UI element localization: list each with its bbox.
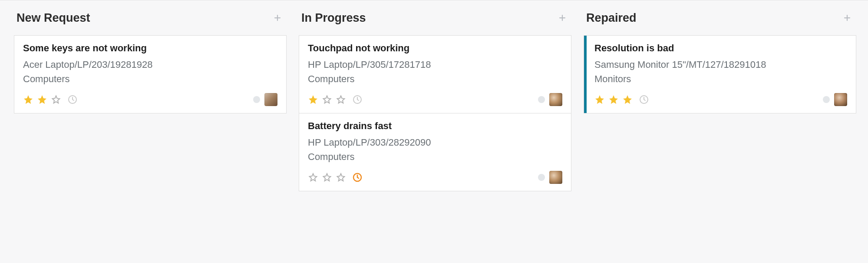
column-new-request: New Request Some keys are not working Ac…	[14, 8, 287, 191]
column-header: Repaired	[584, 8, 856, 27]
card-title: Some keys are not working	[23, 43, 277, 54]
column-header: New Request	[14, 8, 287, 27]
star-icon	[622, 94, 633, 105]
column-header: In Progress	[299, 8, 571, 27]
card-title: Battery drains fast	[308, 120, 562, 132]
card-footer	[308, 92, 562, 107]
avatar[interactable]	[834, 93, 847, 106]
star-icon	[308, 172, 318, 183]
star-icon	[37, 94, 47, 105]
card-asset: HP Laptop/LP/305/17281718	[308, 57, 562, 72]
avatar[interactable]	[549, 93, 562, 106]
card[interactable]: Some keys are not working Acer Laptop/LP…	[14, 35, 287, 113]
card-asset: Samsung Monitor 15"/MT/127/18291018	[594, 57, 847, 72]
rating-group[interactable]	[23, 94, 78, 105]
star-icon	[23, 94, 33, 105]
kanban-board: New Request Some keys are not working Ac…	[0, 0, 868, 213]
card-category: Computers	[308, 150, 562, 164]
star-icon	[51, 94, 61, 105]
status-dot[interactable]	[253, 96, 260, 103]
add-card-button[interactable]	[556, 10, 569, 25]
add-card-button[interactable]	[271, 10, 284, 25]
card[interactable]: Touchpad not working HP Laptop/LP/305/17…	[299, 35, 571, 113]
status-dot[interactable]	[538, 174, 545, 181]
clock-icon	[352, 172, 363, 183]
card[interactable]: Resolution is bad Samsung Monitor 15"/MT…	[584, 35, 856, 113]
star-icon	[308, 94, 318, 105]
clock-icon	[639, 94, 649, 105]
rating-group[interactable]	[308, 94, 363, 105]
card-meta-right	[823, 93, 847, 106]
column-repaired: Repaired Resolution is bad Samsung Monit…	[584, 8, 856, 191]
card-title: Resolution is bad	[594, 43, 847, 54]
card-category: Computers	[308, 72, 562, 86]
star-icon	[336, 172, 346, 183]
card-meta-right	[538, 171, 562, 184]
card-category: Monitors	[594, 72, 847, 86]
status-dot[interactable]	[823, 96, 830, 103]
card-asset: Acer Laptop/LP/203/19281928	[23, 57, 277, 72]
card[interactable]: Battery drains fast HP Laptop/LP/303/282…	[299, 113, 571, 191]
plus-icon	[274, 14, 281, 22]
avatar[interactable]	[264, 93, 277, 106]
clock-icon	[352, 94, 363, 105]
plus-icon	[558, 14, 566, 22]
clock-icon	[67, 94, 78, 105]
star-icon	[594, 94, 605, 105]
plus-icon	[843, 14, 851, 22]
card-meta-right	[538, 93, 562, 106]
card-title: Touchpad not working	[308, 43, 562, 54]
star-icon	[336, 94, 346, 105]
card-footer	[594, 92, 847, 107]
card-category: Computers	[23, 72, 277, 86]
column-title: New Request	[17, 11, 90, 25]
avatar[interactable]	[549, 171, 562, 184]
card-meta-right	[253, 93, 277, 106]
status-dot[interactable]	[538, 96, 545, 103]
card-footer	[308, 170, 562, 185]
column-title: In Progress	[301, 11, 366, 25]
rating-group[interactable]	[594, 94, 649, 105]
card-asset: HP Laptop/LP/303/28292090	[308, 135, 562, 150]
star-icon	[322, 94, 332, 105]
add-card-button[interactable]	[841, 10, 854, 25]
star-icon	[322, 172, 332, 183]
rating-group[interactable]	[308, 172, 363, 183]
card-status-stripe	[584, 36, 587, 113]
star-icon	[608, 94, 619, 105]
column-title: Repaired	[586, 11, 637, 25]
card-footer	[23, 92, 277, 107]
column-in-progress: In Progress Touchpad not working HP Lapt…	[299, 8, 571, 191]
